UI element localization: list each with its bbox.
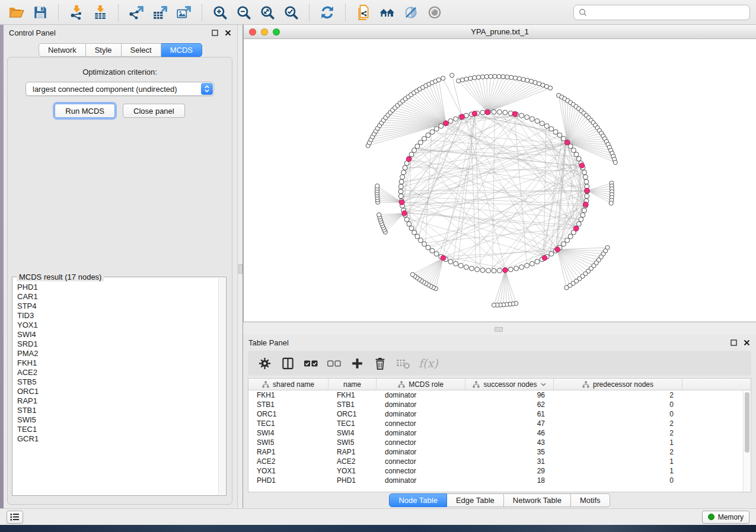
refresh-view-button[interactable] xyxy=(317,2,338,23)
column-header-name[interactable]: name xyxy=(328,379,377,390)
hide-graphics-details-button[interactable] xyxy=(400,2,422,23)
mcds-result-title: MCDS result (17 nodes) xyxy=(17,273,104,281)
table-row[interactable]: ORC1ORC1dominator610 xyxy=(248,409,751,419)
table-row[interactable]: SWI4SWI4dominator462 xyxy=(248,428,751,438)
table-row[interactable]: TEC1TEC1connector472 xyxy=(248,419,751,428)
mcds-result-item[interactable]: SWI5 xyxy=(17,415,216,425)
mcds-result-item[interactable]: SWI4 xyxy=(17,330,216,339)
float-panel-icon[interactable] xyxy=(211,29,219,37)
deselect-all-button[interactable] xyxy=(325,354,343,372)
close-panel-icon[interactable] xyxy=(224,29,232,37)
tab-style[interactable]: Style xyxy=(86,43,122,57)
delete-table-button[interactable] xyxy=(394,354,412,372)
splitter-grabber[interactable] xyxy=(495,327,503,332)
table-row[interactable]: YOX1YOX1connector291 xyxy=(248,466,751,476)
zoom-in-button[interactable] xyxy=(209,2,231,23)
float-panel-icon[interactable] xyxy=(730,339,738,347)
search-input[interactable] xyxy=(591,8,745,17)
table-cell: FKH1 xyxy=(328,391,377,399)
table-cell: 1 xyxy=(554,467,682,475)
mcds-result-scrollbar[interactable] xyxy=(218,278,225,495)
import-table-button[interactable] xyxy=(90,2,111,23)
task-history-button[interactable] xyxy=(7,511,23,524)
network-manager-button[interactable] xyxy=(377,2,398,23)
tab-edge-table[interactable]: Edge Table xyxy=(447,493,504,507)
table-row[interactable]: FKH1FKH1dominator962 xyxy=(248,390,751,400)
window-close-icon[interactable] xyxy=(249,28,256,36)
mcds-result-item[interactable]: RAP1 xyxy=(17,396,216,406)
zoom-out-button[interactable] xyxy=(233,2,254,23)
mcds-result-item[interactable]: GCR1 xyxy=(17,434,216,444)
import-network-button[interactable] xyxy=(66,2,87,23)
scrollbar-thumb[interactable] xyxy=(745,392,749,453)
vertical-splitter[interactable] xyxy=(237,25,243,508)
table-cell: dominator xyxy=(377,476,465,485)
table-cell: SWI5 xyxy=(328,438,377,447)
search-box[interactable] xyxy=(573,5,750,20)
table-cell: dominator xyxy=(377,391,465,399)
network-canvas[interactable] xyxy=(244,39,756,321)
column-header-shared-name[interactable]: shared name xyxy=(248,379,328,390)
horizontal-splitter[interactable] xyxy=(243,322,756,335)
mcds-result-item[interactable]: PMA2 xyxy=(17,349,216,358)
mcds-result-item[interactable]: ACE2 xyxy=(17,368,216,377)
column-header-MCDS-role[interactable]: MCDS role xyxy=(377,379,465,390)
tab-node-table[interactable]: Node Table xyxy=(389,493,447,507)
mcds-result-item[interactable]: CAR1 xyxy=(17,292,216,302)
select-all-button[interactable] xyxy=(302,354,320,372)
table-cell: 47 xyxy=(465,419,554,428)
zoom-selected-button[interactable] xyxy=(280,2,302,23)
delete-columns-button[interactable] xyxy=(371,354,389,372)
table-scrollbar[interactable] xyxy=(743,391,751,492)
mcds-result-item[interactable]: SRD1 xyxy=(17,339,216,349)
tab-network[interactable]: Network xyxy=(39,43,86,57)
table-row[interactable]: PHD1PHD1dominator180 xyxy=(248,476,751,485)
column-header-predecessor-nodes[interactable]: predecessor nodes xyxy=(554,379,682,390)
create-column-button[interactable] xyxy=(348,354,366,372)
table-cell: 96 xyxy=(465,391,554,399)
memory-button[interactable]: Memory xyxy=(702,511,749,524)
export-network-button[interactable] xyxy=(126,2,147,23)
optimization-criterion-select[interactable]: largest connected component (undirected) xyxy=(25,82,214,96)
tab-mcds[interactable]: MCDS xyxy=(161,43,202,57)
tab-select[interactable]: Select xyxy=(122,43,161,57)
mcds-result-item[interactable]: TID3 xyxy=(17,311,216,321)
export-image-button[interactable] xyxy=(173,2,194,23)
mcds-result-item[interactable]: STB5 xyxy=(17,377,216,387)
show-graphics-details-button[interactable] xyxy=(424,2,445,23)
table-row[interactable]: STB1STB1dominator620 xyxy=(248,400,751,409)
open-session-button[interactable] xyxy=(6,2,27,23)
mcds-result-item[interactable]: YOX1 xyxy=(17,321,216,330)
duplicate-network-button[interactable] xyxy=(353,2,374,23)
tab-motifs[interactable]: Motifs xyxy=(571,493,610,507)
table-row[interactable]: RAP1RAP1dominator352 xyxy=(248,447,751,457)
tab-network-table[interactable]: Network Table xyxy=(504,493,571,507)
close-panel-button[interactable]: Close panel xyxy=(123,104,185,118)
table-cell: dominator xyxy=(377,410,465,418)
table-row[interactable]: ACE2ACE2connector311 xyxy=(248,457,751,466)
mcds-result-item[interactable]: STP4 xyxy=(17,302,216,311)
save-session-button[interactable] xyxy=(30,2,51,23)
splitter-grabber[interactable] xyxy=(238,264,243,274)
column-header-successor-nodes[interactable]: successor nodes xyxy=(465,379,554,390)
table-cell: 61 xyxy=(465,410,554,418)
run-mcds-button[interactable]: Run MCDS xyxy=(55,104,115,118)
mcds-result-item[interactable]: ORC1 xyxy=(17,387,216,396)
mcds-result-item[interactable]: FKH1 xyxy=(17,358,216,368)
status-bar: Memory xyxy=(0,508,756,525)
export-table-button[interactable] xyxy=(149,2,171,23)
close-panel-icon[interactable] xyxy=(743,339,751,347)
mcds-result-item[interactable]: PHD1 xyxy=(17,283,216,292)
network-window-titlebar[interactable]: YPA_prune.txt_1 xyxy=(244,25,756,39)
table-row[interactable]: SWI5SWI5connector431 xyxy=(248,438,751,447)
function-builder-icon[interactable]: f(x) xyxy=(419,357,438,370)
node-table-header: shared namenameMCDS rolesuccessor nodesp… xyxy=(248,379,751,390)
show-column-button[interactable] xyxy=(279,354,296,372)
window-minimize-icon[interactable] xyxy=(261,28,268,36)
zoom-fit-button[interactable] xyxy=(257,2,278,23)
table-options-button[interactable] xyxy=(256,354,273,372)
table-cell: 18 xyxy=(465,476,554,485)
mcds-result-item[interactable]: STB1 xyxy=(17,406,216,415)
window-maximize-icon[interactable] xyxy=(273,28,280,36)
mcds-result-item[interactable]: TEC1 xyxy=(17,425,216,434)
